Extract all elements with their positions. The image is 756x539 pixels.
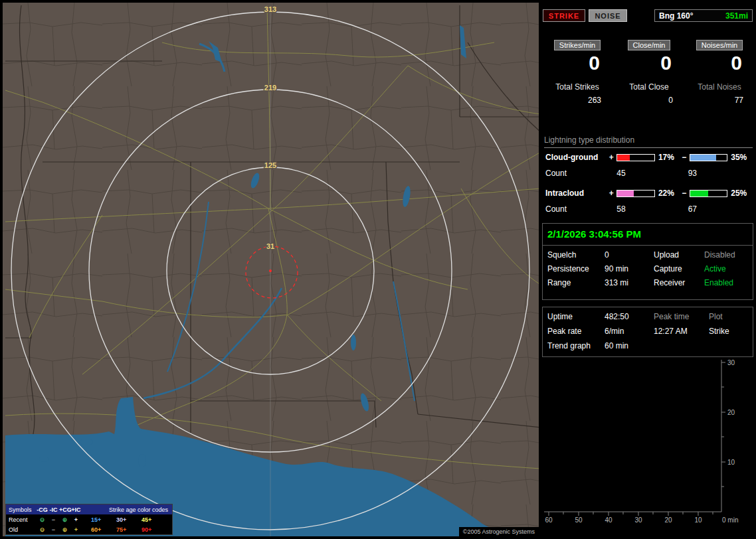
ic-negative-bar-fill <box>690 191 709 196</box>
legend-type-neg-cg: -CG <box>37 506 48 513</box>
strike-toggle-button[interactable]: STRIKE <box>543 9 585 22</box>
upload-status: Disabled <box>704 250 748 260</box>
legend-age-title: Strike age color codes <box>82 506 169 513</box>
ic-minus-sign: − <box>680 189 688 198</box>
trend-y-ticks <box>721 362 725 487</box>
noises-per-min-value: 0 <box>685 52 754 74</box>
cg-plus-sign: + <box>607 153 615 162</box>
trend-xtick-20: 20 <box>664 516 672 524</box>
neg-ic-recent-icon: − <box>48 516 59 523</box>
neg-cg-recent-icon: ⊖ <box>37 516 48 523</box>
bearing-label: Bng 160° <box>659 11 693 21</box>
rates-section: Strikes/min 0 Total Strikes 263 Close/mi… <box>541 40 754 139</box>
peak-time-label: Peak time <box>654 312 709 321</box>
status-rows: Squelch 0 Upload Disabled Persistence 90… <box>543 246 753 292</box>
cloud-ground-count-row: Count 45 93 <box>545 169 753 178</box>
noises-rate-column: Noises/min 0 Total Noises 77 <box>685 40 754 105</box>
pos-ic-old-icon: + <box>70 526 82 533</box>
cg-positive-bar <box>616 154 655 161</box>
ic-positive-count: 58 <box>616 204 686 214</box>
close-per-min-label: Close/min <box>628 40 671 50</box>
trend-xtick-40: 40 <box>605 516 613 524</box>
range-ring-label-219: 219 <box>264 84 276 92</box>
pos-cg-recent-icon: ⊕ <box>59 516 70 523</box>
persistence-value: 90 min <box>605 264 654 273</box>
trend-xtick-60: 60 <box>545 516 553 524</box>
cg-count-label: Count <box>545 169 614 178</box>
total-noises-value: 77 <box>685 96 754 105</box>
range-ring-label-313: 313 <box>264 5 276 13</box>
plot-value: Strike <box>709 327 748 336</box>
legend-row-recent: Recent ⊖ − ⊕ + 15+ 30+ 45+ <box>6 514 172 524</box>
total-close-label: Total Close <box>614 82 684 92</box>
trend-x-ticks <box>549 512 713 516</box>
cloud-ground-row: Cloud-ground + 17% − 35% <box>545 153 753 162</box>
total-noises-label: Total Noises <box>685 82 754 92</box>
trend-xtick-10: 10 <box>694 516 702 524</box>
app-window: 313 219 125 31 Symbols -CG -IC +CG +IC S… <box>0 0 756 539</box>
legend-type-pos-ic: +IC <box>70 506 82 513</box>
trend-graph: 30 20 10 60 50 40 30 20 10 0 min <box>541 356 754 536</box>
noise-toggle-button[interactable]: NOISE <box>589 9 627 22</box>
legend-type-neg-ic: -IC <box>48 506 59 513</box>
upload-label: Upload <box>654 250 704 260</box>
plot-label: Plot <box>709 312 748 321</box>
total-strikes-label: Total Strikes <box>543 82 612 92</box>
bearing-distance: 351mi <box>725 11 748 21</box>
ic-positive-bar-fill <box>617 191 633 196</box>
range-value: 313 mi <box>605 278 654 287</box>
uptime-value: 482:50 <box>605 312 654 321</box>
toolbar: STRIKE NOISE Bng 160° 351mi <box>543 9 753 22</box>
capture-status: Active <box>704 264 748 273</box>
legend-old-label: Old <box>9 526 37 533</box>
cg-negative-count: 93 <box>688 169 697 178</box>
age-code-15: 15+ <box>91 516 116 523</box>
cg-positive-count: 45 <box>616 169 686 178</box>
ic-negative-count: 67 <box>688 204 697 214</box>
map-display[interactable]: 313 219 125 31 <box>3 3 539 536</box>
cloud-ground-label: Cloud-ground <box>545 153 607 162</box>
squelch-value: 0 <box>605 250 654 260</box>
capture-label: Capture <box>654 264 704 273</box>
datetime-display: 2/1/2026 3:04:56 PM <box>543 224 753 246</box>
ic-count-label: Count <box>545 204 614 214</box>
ic-positive-pct: 22% <box>656 189 680 198</box>
total-close-value: 0 <box>614 96 684 105</box>
peak-time-value: 12:27 AM <box>654 327 709 336</box>
cg-negative-bar <box>690 154 728 161</box>
status-panel: 2/1/2026 3:04:56 PM Squelch 0 Upload Dis… <box>542 223 753 300</box>
pos-cg-old-icon: ⊕ <box>59 526 70 533</box>
receiver-position <box>269 270 272 272</box>
strikes-per-min-label: Strikes/min <box>554 40 601 50</box>
cg-minus-sign: − <box>680 153 688 162</box>
close-rate-column: Close/min 0 Total Close 0 <box>614 40 684 105</box>
legend-type-pos-cg: +CG <box>59 506 70 513</box>
cg-negative-bar-fill <box>690 155 716 161</box>
total-strikes-value: 263 <box>543 96 612 105</box>
legend-symbols-label: Symbols <box>9 506 37 513</box>
sidebar-panel: STRIKE NOISE Bng 160° 351mi Strikes/min … <box>541 3 754 536</box>
age-code-30: 30+ <box>116 516 142 523</box>
trend-xtick-50: 50 <box>575 516 583 524</box>
strikes-per-min-value: 0 <box>543 52 612 74</box>
range-ring-label-125: 125 <box>264 161 276 169</box>
age-code-45: 45+ <box>142 516 167 523</box>
trend-xtick-0: 0 min <box>722 516 738 524</box>
intracloud-count-row: Count 58 67 <box>545 204 753 214</box>
age-code-90: 90+ <box>142 526 167 533</box>
map-panel[interactable]: 313 219 125 31 Symbols -CG -IC +CG +IC S… <box>3 3 539 536</box>
ic-negative-pct: 25% <box>729 189 753 198</box>
legend-header: Symbols -CG -IC +CG +IC Strike age color… <box>6 504 172 514</box>
bearing-readout: Bng 160° 351mi <box>654 9 753 22</box>
trend-xtick-30: 30 <box>634 516 642 524</box>
age-code-60: 60+ <box>91 526 116 533</box>
cg-positive-pct: 17% <box>656 153 680 162</box>
strike-legend: Symbols -CG -IC +CG +IC Strike age color… <box>5 504 173 535</box>
cg-positive-bar-fill <box>617 155 630 161</box>
age-code-75: 75+ <box>116 526 142 533</box>
trend-graph-label: Trend graph <box>547 341 605 350</box>
range-label: Range <box>547 278 605 287</box>
range-ring-label-31: 31 <box>266 242 274 250</box>
intracloud-label: Intracloud <box>545 189 607 198</box>
legend-row-old: Old ⊖ − ⊕ + 60+ 75+ 90+ <box>6 524 172 534</box>
